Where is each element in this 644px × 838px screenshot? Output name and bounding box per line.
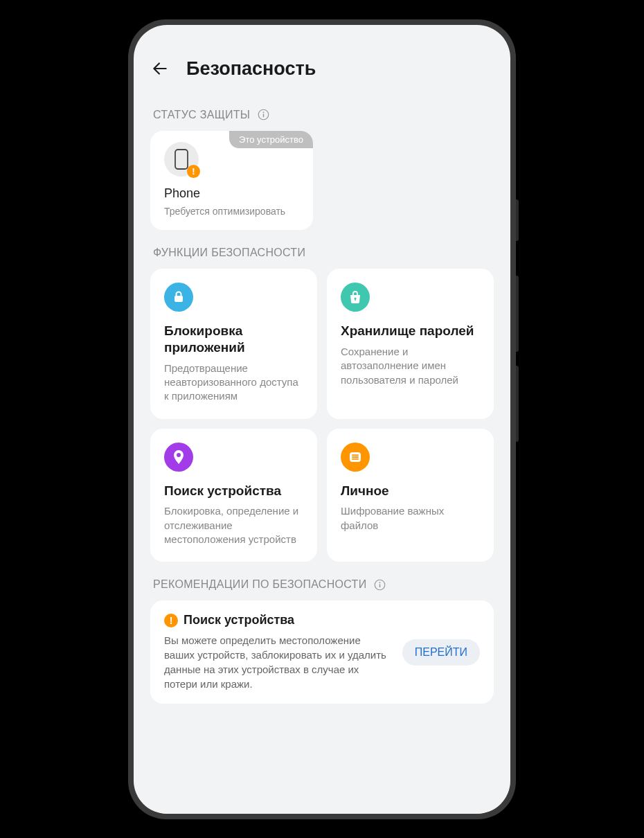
feature-desc: Сохранение и автозаполнение имен пользов… — [341, 345, 480, 387]
feature-title: Хранилище паролей — [341, 323, 480, 339]
feature-title: Личное — [341, 483, 480, 499]
volume-up-button — [516, 276, 519, 352]
protection-status-section: СТАТУС ЗАЩИТЫ Это устройство ! Phone Тре… — [134, 92, 510, 231]
svg-rect-11 — [352, 458, 359, 460]
section-label: СТАТУС ЗАЩИТЫ — [153, 109, 250, 121]
info-icon[interactable] — [374, 578, 386, 591]
svg-rect-10 — [352, 456, 359, 458]
feature-desc: Предотвращение неавторизованного доступа… — [164, 362, 303, 404]
recommendation-desc: Вы можете определить местоположение ваши… — [164, 633, 391, 691]
recommendation-body: ! Поиск устройства Вы можете определить … — [164, 613, 391, 691]
feature-title: Поиск устройства — [164, 483, 303, 499]
svg-point-13 — [379, 582, 381, 583]
back-button[interactable] — [150, 59, 170, 78]
device-icon-wrap: ! — [164, 142, 199, 177]
feature-personal[interactable]: Личное Шифрование важных файлов — [327, 429, 494, 562]
device-name: Phone — [164, 186, 299, 201]
section-header: СТАТУС ЗАЩИТЫ — [150, 92, 494, 131]
device-status: Требуется оптимизировать — [164, 205, 299, 218]
arrow-left-icon — [151, 60, 169, 78]
device-card[interactable]: Это устройство ! Phone Требуется оптимиз… — [150, 131, 313, 231]
appbar: Безопасность — [134, 25, 510, 92]
feature-desc: Блокировка, определение и отслеживание м… — [164, 504, 303, 546]
warning-badge-icon: ! — [187, 165, 200, 178]
svg-rect-14 — [379, 584, 381, 587]
warning-icon: ! — [164, 614, 178, 627]
svg-rect-2 — [263, 114, 265, 117]
security-functions-section: ФУНКЦИИ БЕЗОПАСНОСТИ Блокировка приложен… — [134, 230, 510, 562]
feature-desc: Шифрование важных файлов — [341, 504, 480, 533]
section-header: ФУНКЦИИ БЕЗОПАСНОСТИ — [150, 230, 494, 269]
phone-frame: Безопасность СТАТУС ЗАЩИТЫ Это устройств… — [128, 19, 516, 819]
phone-icon — [175, 149, 188, 170]
go-button[interactable]: ПЕРЕЙТИ — [402, 639, 480, 666]
page-title: Безопасность — [186, 58, 316, 80]
feature-title: Блокировка приложений — [164, 323, 303, 356]
recommendation-title: Поиск устройства — [184, 613, 294, 627]
svg-rect-4 — [175, 296, 183, 302]
screen: Безопасность СТАТУС ЗАЩИТЫ Это устройств… — [134, 25, 510, 814]
feature-app-lock[interactable]: Блокировка приложений Предотвращение неа… — [150, 269, 317, 418]
feature-grid: Блокировка приложений Предотвращение неа… — [150, 269, 494, 562]
recommendations-section: РЕКОМЕНДАЦИИ ПО БЕЗОПАСНОСТИ ! Поиск уст… — [134, 562, 510, 704]
lock-icon — [164, 283, 193, 312]
feature-password-vault[interactable]: Хранилище паролей Сохранение и автозапол… — [327, 269, 494, 418]
stack-icon — [341, 443, 370, 472]
recommendation-card: ! Поиск устройства Вы можете определить … — [150, 600, 494, 704]
svg-point-7 — [177, 453, 181, 457]
svg-rect-3 — [175, 150, 188, 169]
section-label: РЕКОМЕНДАЦИИ ПО БЕЗОПАСНОСТИ — [153, 578, 367, 591]
pin-icon — [164, 443, 193, 472]
bag-lock-icon — [341, 283, 370, 312]
volume-down-button — [516, 366, 519, 442]
feature-find-device[interactable]: Поиск устройства Блокировка, определение… — [150, 429, 317, 562]
svg-rect-9 — [352, 454, 359, 456]
side-button — [516, 199, 519, 241]
svg-rect-6 — [355, 298, 355, 301]
info-icon[interactable] — [257, 109, 269, 121]
svg-point-1 — [262, 112, 264, 113]
this-device-badge: Это устройство — [229, 131, 313, 148]
section-label: ФУНКЦИИ БЕЗОПАСНОСТИ — [153, 247, 305, 259]
section-header: РЕКОМЕНДАЦИИ ПО БЕЗОПАСНОСТИ — [150, 562, 494, 600]
recommendation-title-row: ! Поиск устройства — [164, 613, 391, 627]
